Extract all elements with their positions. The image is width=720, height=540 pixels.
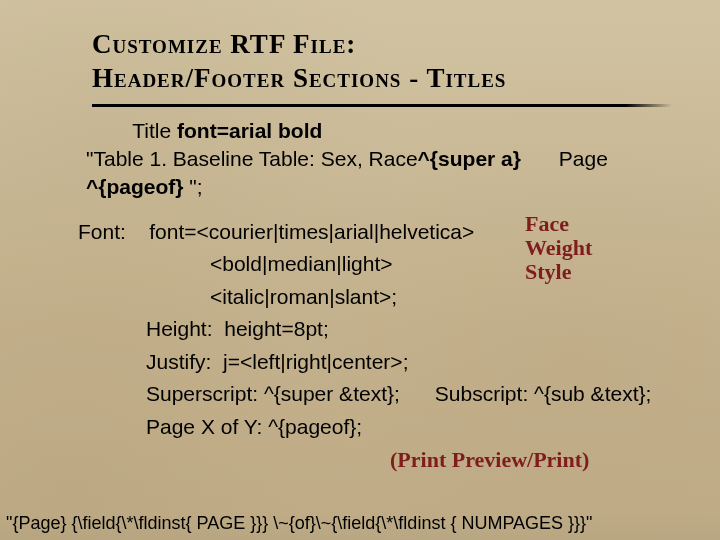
def-pagexy-value: ^{pageof};	[268, 415, 362, 438]
heading-line-1: Customize RTF File:	[92, 28, 720, 62]
def-pagexy-label: Page X of Y:	[146, 415, 262, 438]
def-pagexy: Page X of Y: ^{pageof};	[146, 411, 660, 444]
definitions-block: Font: font=<courier|times|arial|helvetic…	[0, 202, 720, 444]
annotation-face-weight-style: Face Weight Style	[525, 212, 592, 285]
title-label: Title	[132, 119, 171, 142]
def-sub-value: ^{sub &text};	[534, 382, 651, 405]
annotation-style: Style	[525, 260, 592, 284]
def-italic-value: <italic|roman|slant>;	[210, 281, 660, 314]
def-super-label: Superscript:	[146, 382, 258, 405]
title-super-token: ^{super a}	[418, 147, 521, 170]
title-example-suffix: ";	[183, 175, 202, 198]
def-super-value: ^{super &text};	[264, 382, 400, 405]
def-bold-value: <bold|median|light>	[210, 248, 660, 281]
annotation-face: Face	[525, 212, 592, 236]
def-sub-label: Subscript:	[435, 382, 528, 405]
title-line-3: ^{pageof} ";	[86, 173, 660, 201]
title-line-1: Title font=arial bold	[86, 117, 660, 145]
def-justify: Justify: j=<left|right|center>;	[146, 346, 660, 379]
def-font-label: Font:	[78, 220, 126, 243]
slide-heading: Customize RTF File: Header/Footer Sectio…	[0, 0, 720, 98]
title-example-prefix: "Table 1. Baseline Table: Sex, Race	[86, 147, 418, 170]
heading-line-2: Header/Footer Sections - Titles	[92, 62, 720, 96]
def-justify-value: j=<left|right|center>;	[223, 350, 408, 373]
rtf-code-line: "{Page} {\field{\*\fldinst{ PAGE }}} \~{…	[6, 513, 714, 534]
def-height-label: Height:	[146, 317, 213, 340]
def-height-value: height=8pt;	[224, 317, 329, 340]
title-pageof-token: ^{pageof}	[86, 175, 183, 198]
annotation-print-preview: (Print Preview/Print)	[390, 448, 589, 472]
annotation-weight: Weight	[525, 236, 592, 260]
title-page-label: Page	[559, 145, 608, 173]
title-font-bold: font=arial bold	[177, 119, 322, 142]
def-height: Height: height=8pt;	[146, 313, 660, 346]
title-line-2: "Table 1. Baseline Table: Sex, Race^{sup…	[86, 145, 660, 173]
def-super-sub: Superscript: ^{super &text}; Subscript: …	[146, 378, 660, 411]
title-block: Title font=arial bold "Table 1. Baseline…	[0, 107, 720, 202]
def-justify-label: Justify:	[146, 350, 211, 373]
def-font-value: font=<courier|times|arial|helvetica>	[149, 220, 474, 243]
